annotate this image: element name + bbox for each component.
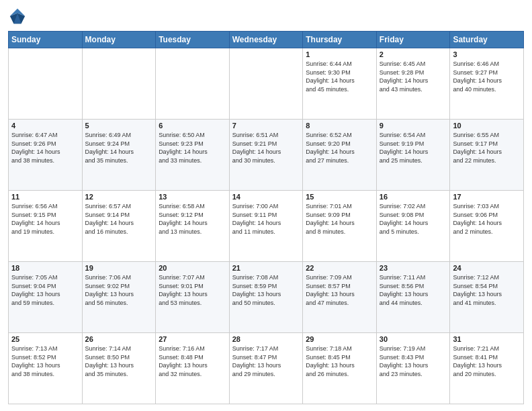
day-number: 14 — [232, 193, 300, 201]
calendar-cell: 5Sunrise: 6:49 AM Sunset: 9:24 PM Daylig… — [82, 120, 156, 191]
header — [8, 7, 524, 26]
calendar-week-row: 18Sunrise: 7:05 AM Sunset: 9:04 PM Dayli… — [9, 262, 524, 333]
weekday-row: SundayMondayTuesdayWednesdayThursdayFrid… — [9, 32, 524, 48]
calendar-cell — [9, 48, 83, 120]
calendar-week-row: 1Sunrise: 6:44 AM Sunset: 9:30 PM Daylig… — [9, 48, 524, 120]
calendar-cell: 21Sunrise: 7:08 AM Sunset: 8:59 PM Dayli… — [229, 262, 303, 333]
calendar-cell: 8Sunrise: 6:52 AM Sunset: 9:20 PM Daylig… — [303, 120, 377, 191]
day-number: 5 — [85, 122, 153, 130]
day-number: 16 — [380, 193, 447, 201]
day-number: 18 — [11, 264, 79, 272]
calendar-cell: 13Sunrise: 6:58 AM Sunset: 9:12 PM Dayli… — [156, 191, 230, 262]
day-number: 19 — [85, 264, 153, 272]
calendar-cell: 3Sunrise: 6:46 AM Sunset: 9:27 PM Daylig… — [450, 48, 524, 120]
day-number: 17 — [453, 193, 521, 201]
day-number: 2 — [380, 50, 447, 58]
day-detail: Sunrise: 6:44 AM Sunset: 9:30 PM Dayligh… — [306, 60, 373, 93]
day-number: 26 — [85, 335, 153, 343]
calendar-cell — [229, 48, 303, 120]
day-detail: Sunrise: 7:16 AM Sunset: 8:48 PM Dayligh… — [159, 345, 226, 378]
calendar-cell: 9Sunrise: 6:54 AM Sunset: 9:19 PM Daylig… — [376, 120, 450, 191]
day-detail: Sunrise: 6:50 AM Sunset: 9:23 PM Dayligh… — [159, 131, 226, 165]
day-detail: Sunrise: 7:06 AM Sunset: 9:02 PM Dayligh… — [85, 273, 153, 307]
calendar-cell: 17Sunrise: 7:03 AM Sunset: 9:06 PM Dayli… — [450, 191, 524, 262]
calendar-cell: 7Sunrise: 6:51 AM Sunset: 9:21 PM Daylig… — [229, 120, 303, 191]
day-number: 11 — [11, 193, 79, 201]
day-detail: Sunrise: 7:19 AM Sunset: 8:43 PM Dayligh… — [380, 345, 447, 378]
day-number: 15 — [306, 193, 373, 201]
weekday-header: Wednesday — [229, 32, 303, 48]
day-number: 31 — [453, 335, 521, 343]
calendar-cell: 16Sunrise: 7:02 AM Sunset: 9:08 PM Dayli… — [376, 191, 450, 262]
day-detail: Sunrise: 6:51 AM Sunset: 9:21 PM Dayligh… — [232, 131, 300, 165]
calendar-table: SundayMondayTuesdayWednesdayThursdayFrid… — [8, 31, 524, 404]
day-detail: Sunrise: 6:56 AM Sunset: 9:15 PM Dayligh… — [11, 202, 79, 236]
weekday-header: Friday — [376, 32, 450, 48]
day-number: 29 — [306, 335, 373, 343]
day-number: 25 — [11, 335, 79, 343]
day-detail: Sunrise: 7:02 AM Sunset: 9:08 PM Dayligh… — [380, 202, 447, 236]
calendar-cell: 14Sunrise: 7:00 AM Sunset: 9:11 PM Dayli… — [229, 191, 303, 262]
day-detail: Sunrise: 7:05 AM Sunset: 9:04 PM Dayligh… — [11, 273, 79, 307]
day-number: 6 — [159, 122, 226, 130]
calendar-cell: 1Sunrise: 6:44 AM Sunset: 9:30 PM Daylig… — [303, 48, 377, 120]
day-detail: Sunrise: 6:52 AM Sunset: 9:20 PM Dayligh… — [306, 131, 373, 165]
day-detail: Sunrise: 7:18 AM Sunset: 8:45 PM Dayligh… — [306, 345, 373, 378]
calendar-cell: 19Sunrise: 7:06 AM Sunset: 9:02 PM Dayli… — [82, 262, 156, 333]
calendar-cell: 30Sunrise: 7:19 AM Sunset: 8:43 PM Dayli… — [376, 333, 450, 404]
day-number: 7 — [232, 122, 300, 130]
calendar-cell — [156, 48, 230, 120]
day-detail: Sunrise: 7:14 AM Sunset: 8:50 PM Dayligh… — [85, 345, 153, 378]
day-number: 12 — [85, 193, 153, 201]
day-number: 13 — [159, 193, 226, 201]
day-detail: Sunrise: 7:12 AM Sunset: 8:54 PM Dayligh… — [453, 273, 521, 307]
day-number: 24 — [453, 264, 521, 272]
day-detail: Sunrise: 7:21 AM Sunset: 8:41 PM Dayligh… — [453, 345, 521, 378]
day-detail: Sunrise: 7:13 AM Sunset: 8:52 PM Dayligh… — [11, 345, 79, 378]
weekday-header: Sunday — [9, 32, 83, 48]
calendar-week-row: 11Sunrise: 6:56 AM Sunset: 9:15 PM Dayli… — [9, 191, 524, 262]
calendar-cell: 20Sunrise: 7:07 AM Sunset: 9:01 PM Dayli… — [156, 262, 230, 333]
calendar-cell: 4Sunrise: 6:47 AM Sunset: 9:26 PM Daylig… — [9, 120, 83, 191]
day-detail: Sunrise: 7:09 AM Sunset: 8:57 PM Dayligh… — [306, 273, 373, 307]
day-number: 8 — [306, 122, 373, 130]
day-detail: Sunrise: 6:45 AM Sunset: 9:28 PM Dayligh… — [380, 60, 447, 93]
day-detail: Sunrise: 6:49 AM Sunset: 9:24 PM Dayligh… — [85, 131, 153, 165]
day-number: 20 — [159, 264, 226, 272]
day-number: 28 — [232, 335, 300, 343]
calendar-cell: 10Sunrise: 6:55 AM Sunset: 9:17 PM Dayli… — [450, 120, 524, 191]
day-detail: Sunrise: 6:57 AM Sunset: 9:14 PM Dayligh… — [85, 202, 153, 236]
calendar-cell: 15Sunrise: 7:01 AM Sunset: 9:09 PM Dayli… — [303, 191, 377, 262]
day-detail: Sunrise: 6:55 AM Sunset: 9:17 PM Dayligh… — [453, 131, 521, 165]
calendar-header: SundayMondayTuesdayWednesdayThursdayFrid… — [9, 32, 524, 48]
calendar-cell: 18Sunrise: 7:05 AM Sunset: 9:04 PM Dayli… — [9, 262, 83, 333]
day-number: 3 — [453, 50, 521, 58]
day-number: 4 — [11, 122, 79, 130]
day-detail: Sunrise: 7:07 AM Sunset: 9:01 PM Dayligh… — [159, 273, 226, 307]
calendar-cell: 11Sunrise: 6:56 AM Sunset: 9:15 PM Dayli… — [9, 191, 83, 262]
calendar-cell: 6Sunrise: 6:50 AM Sunset: 9:23 PM Daylig… — [156, 120, 230, 191]
logo — [8, 7, 30, 26]
day-detail: Sunrise: 6:46 AM Sunset: 9:27 PM Dayligh… — [453, 60, 521, 93]
calendar-cell: 27Sunrise: 7:16 AM Sunset: 8:48 PM Dayli… — [156, 333, 230, 404]
day-number: 1 — [306, 50, 373, 58]
calendar-cell: 12Sunrise: 6:57 AM Sunset: 9:14 PM Dayli… — [82, 191, 156, 262]
day-number: 10 — [453, 122, 521, 130]
day-detail: Sunrise: 7:17 AM Sunset: 8:47 PM Dayligh… — [232, 345, 300, 378]
day-number: 9 — [380, 122, 447, 130]
calendar-cell: 31Sunrise: 7:21 AM Sunset: 8:41 PM Dayli… — [450, 333, 524, 404]
calendar-cell: 28Sunrise: 7:17 AM Sunset: 8:47 PM Dayli… — [229, 333, 303, 404]
calendar-cell: 26Sunrise: 7:14 AM Sunset: 8:50 PM Dayli… — [82, 333, 156, 404]
day-detail: Sunrise: 6:58 AM Sunset: 9:12 PM Dayligh… — [159, 202, 226, 236]
calendar-cell — [82, 48, 156, 120]
calendar-cell: 25Sunrise: 7:13 AM Sunset: 8:52 PM Dayli… — [9, 333, 83, 404]
day-number: 21 — [232, 264, 300, 272]
calendar-cell: 2Sunrise: 6:45 AM Sunset: 9:28 PM Daylig… — [376, 48, 450, 120]
weekday-header: Thursday — [303, 32, 377, 48]
calendar-cell: 29Sunrise: 7:18 AM Sunset: 8:45 PM Dayli… — [303, 333, 377, 404]
weekday-header: Saturday — [450, 32, 524, 48]
calendar-week-row: 4Sunrise: 6:47 AM Sunset: 9:26 PM Daylig… — [9, 120, 524, 191]
calendar-week-row: 25Sunrise: 7:13 AM Sunset: 8:52 PM Dayli… — [9, 333, 524, 404]
day-number: 30 — [380, 335, 447, 343]
weekday-header: Tuesday — [156, 32, 230, 48]
